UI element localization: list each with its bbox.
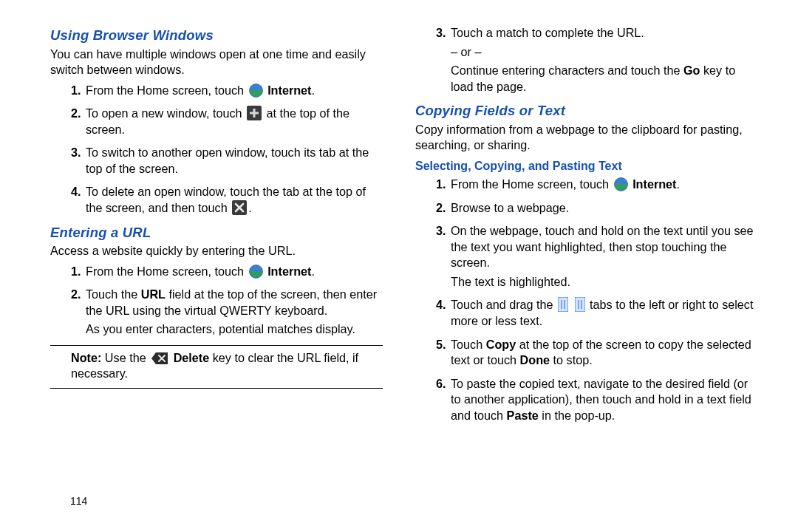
plus-icon <box>247 106 262 120</box>
globe-icon <box>249 265 263 279</box>
list-browser-windows: From the Home screen, touch Internet. To… <box>50 83 383 216</box>
divider <box>50 388 383 389</box>
note-label: Note: <box>71 351 101 364</box>
close-icon <box>232 200 247 215</box>
text: Touch a match to complete the URL. <box>451 26 644 39</box>
text: The text is highlighted. <box>451 275 570 288</box>
text: On the webpage, touch and hold on the te… <box>451 224 753 269</box>
list-item: From the Home screen, touch Internet. <box>449 177 761 193</box>
text: From the Home screen, touch <box>86 83 248 97</box>
text: . <box>677 177 681 191</box>
heading-selecting-copying: Selecting, Copying, and Pasting Text <box>415 158 761 174</box>
delete-label: Delete <box>174 351 210 364</box>
text: . <box>248 201 252 214</box>
list-continued: Touch a match to complete the URL. – or … <box>415 25 761 95</box>
heading-using-browser-windows: Using Browser Windows <box>50 27 383 45</box>
list-item: Touch the URL field at the top of the sc… <box>84 287 383 338</box>
list-item: Touch a match to complete the URL. – or … <box>449 25 761 95</box>
text: Touch and drag the <box>451 298 556 311</box>
heading-copying-fields: Copying Fields or Text <box>415 102 761 120</box>
text: Continue entering characters and touch t… <box>451 64 683 77</box>
note: Note: Use the Delete key to clear the UR… <box>50 350 383 382</box>
backspace-icon <box>151 352 168 365</box>
left-column: Using Browser Windows You can have multi… <box>30 22 399 517</box>
text: Browse to a webpage. <box>451 201 569 214</box>
url-label: URL <box>141 287 166 301</box>
text: – or – <box>451 45 481 58</box>
internet-label: Internet <box>632 177 676 191</box>
list-selecting-text: From the Home screen, touch Internet. Br… <box>415 177 761 423</box>
list-item: To paste the copied text, navigate to th… <box>449 376 761 424</box>
text: To delete an open window, touch the tab … <box>86 185 366 214</box>
list-item: From the Home screen, touch Internet. <box>84 264 383 280</box>
globe-icon <box>249 83 263 98</box>
text: As you enter characters, potential match… <box>86 322 355 335</box>
globe-icon <box>614 177 628 191</box>
internet-label: Internet <box>267 83 311 97</box>
intro-3: Copy information from a webpage to the c… <box>415 122 761 154</box>
done-label: Done <box>520 353 550 366</box>
intro-1: You can have multiple windows open at on… <box>50 47 383 78</box>
copy-label: Copy <box>486 338 516 351</box>
text: in the pop-up. <box>539 409 615 422</box>
divider <box>50 345 383 346</box>
list-item: To switch to another open window, touch … <box>84 145 383 177</box>
svg-rect-10 <box>558 297 568 312</box>
text: Touch the <box>86 287 141 301</box>
text: Use the <box>101 351 149 364</box>
go-label: Go <box>683 64 700 77</box>
text: Touch <box>451 338 486 351</box>
text: to stop. <box>550 353 593 366</box>
svg-rect-4 <box>250 112 259 115</box>
page: Using Browser Windows You can have multi… <box>0 0 798 532</box>
text: From the Home screen, touch <box>451 177 613 191</box>
page-number: 114 <box>70 494 87 508</box>
text: To open a new window, touch <box>86 106 245 120</box>
intro-2: Access a website quickly by entering the… <box>50 243 383 259</box>
right-column: Touch a match to complete the URL. – or … <box>399 22 768 517</box>
selection-handle-left-icon <box>558 297 568 312</box>
list-item: On the webpage, touch and hold on the te… <box>449 223 761 290</box>
list-item: Touch and drag the tabs to the left or r… <box>449 297 761 329</box>
list-item: To open a new window, touch at the top o… <box>84 106 383 137</box>
text: To switch to another open window, touch … <box>86 146 369 175</box>
list-item: Touch Copy at the top of the screen to c… <box>449 337 761 369</box>
text: . <box>312 83 316 97</box>
list-entering-url: From the Home screen, touch Internet. To… <box>50 264 383 338</box>
list-item: To delete an open window, touch the tab … <box>84 184 383 216</box>
list-item: Browse to a webpage. <box>449 200 761 216</box>
paste-label: Paste <box>507 409 539 422</box>
text: From the Home screen, touch <box>86 265 248 278</box>
list-item: From the Home screen, touch Internet. <box>84 83 383 99</box>
svg-rect-13 <box>575 297 585 312</box>
heading-entering-url: Entering a URL <box>50 224 383 242</box>
text: . <box>312 265 316 278</box>
internet-label: Internet <box>267 265 311 278</box>
selection-handle-right-icon <box>575 297 585 312</box>
